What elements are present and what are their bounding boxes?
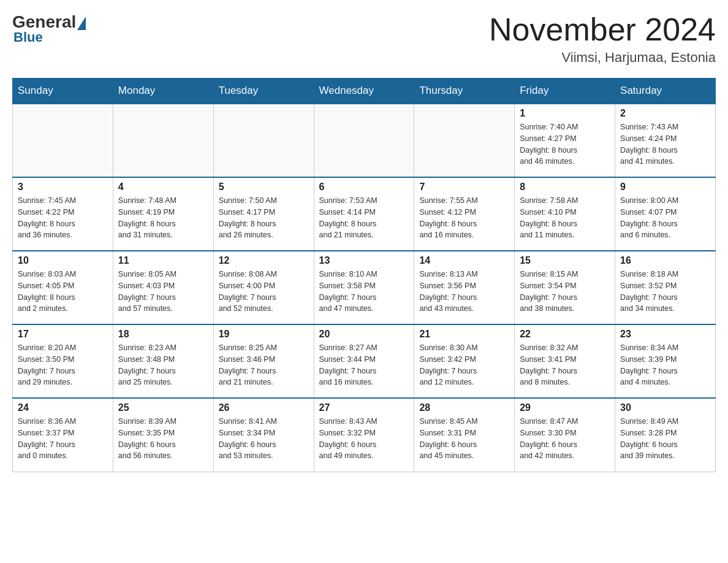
day-number: 19	[219, 329, 309, 340]
calendar-cell: 5Sunrise: 7:50 AMSunset: 4:17 PMDaylight…	[213, 177, 314, 251]
day-number: 6	[319, 182, 409, 193]
calendar-cell: 11Sunrise: 8:05 AMSunset: 4:03 PMDayligh…	[113, 251, 213, 324]
calendar-table: SundayMondayTuesdayWednesdayThursdayFrid…	[12, 78, 716, 472]
day-number: 29	[520, 402, 610, 413]
weekday-header-row: SundayMondayTuesdayWednesdayThursdayFrid…	[13, 79, 716, 104]
calendar-cell: 27Sunrise: 8:43 AMSunset: 3:32 PMDayligh…	[314, 398, 414, 472]
day-number: 7	[419, 182, 509, 193]
weekday-header-sunday: Sunday	[13, 79, 113, 104]
calendar-cell: 25Sunrise: 8:39 AMSunset: 3:35 PMDayligh…	[113, 398, 213, 472]
week-row-5: 24Sunrise: 8:36 AMSunset: 3:37 PMDayligh…	[13, 398, 716, 472]
weekday-header-thursday: Thursday	[414, 79, 515, 104]
week-row-3: 10Sunrise: 8:03 AMSunset: 4:05 PMDayligh…	[13, 251, 716, 324]
calendar-cell: 14Sunrise: 8:13 AMSunset: 3:56 PMDayligh…	[414, 251, 515, 324]
page-header: General Blue November 2024 Viimsi, Harju…	[12, 12, 716, 66]
calendar-cell: 19Sunrise: 8:25 AMSunset: 3:46 PMDayligh…	[213, 324, 314, 398]
calendar-cell: 29Sunrise: 8:47 AMSunset: 3:30 PMDayligh…	[515, 398, 615, 472]
calendar-cell: 13Sunrise: 8:10 AMSunset: 3:58 PMDayligh…	[314, 251, 414, 324]
calendar-cell: 28Sunrise: 8:45 AMSunset: 3:31 PMDayligh…	[414, 398, 515, 472]
day-number: 21	[419, 329, 509, 340]
day-number: 28	[419, 402, 509, 413]
day-info: Sunrise: 7:48 AMSunset: 4:19 PMDaylight:…	[118, 195, 208, 241]
day-number: 24	[18, 402, 108, 413]
weekday-header-friday: Friday	[515, 79, 615, 104]
day-number: 16	[620, 255, 710, 266]
day-number: 4	[118, 182, 208, 193]
day-number: 27	[319, 402, 409, 413]
day-number: 9	[620, 182, 710, 193]
day-info: Sunrise: 8:08 AMSunset: 4:00 PMDaylight:…	[219, 269, 309, 315]
day-info: Sunrise: 7:45 AMSunset: 4:22 PMDaylight:…	[18, 195, 108, 241]
calendar-cell	[213, 104, 314, 177]
day-number: 13	[319, 255, 409, 266]
day-number: 22	[520, 329, 610, 340]
day-number: 30	[620, 402, 710, 413]
location: Viimsi, Harjumaa, Estonia	[489, 50, 716, 66]
day-number: 8	[520, 182, 610, 193]
calendar-cell	[414, 104, 515, 177]
calendar-cell: 2Sunrise: 7:43 AMSunset: 4:24 PMDaylight…	[615, 104, 716, 177]
calendar-cell: 12Sunrise: 8:08 AMSunset: 4:00 PMDayligh…	[213, 251, 314, 324]
day-info: Sunrise: 7:53 AMSunset: 4:14 PMDaylight:…	[319, 195, 409, 241]
day-info: Sunrise: 8:25 AMSunset: 3:46 PMDaylight:…	[219, 342, 309, 388]
week-row-1: 1Sunrise: 7:40 AMSunset: 4:27 PMDaylight…	[13, 104, 716, 177]
calendar-cell: 7Sunrise: 7:55 AMSunset: 4:12 PMDaylight…	[414, 177, 515, 251]
day-number: 5	[219, 182, 309, 193]
week-row-2: 3Sunrise: 7:45 AMSunset: 4:22 PMDaylight…	[13, 177, 716, 251]
day-info: Sunrise: 8:43 AMSunset: 3:32 PMDaylight:…	[319, 416, 409, 462]
day-info: Sunrise: 8:41 AMSunset: 3:34 PMDaylight:…	[219, 416, 309, 462]
day-number: 10	[18, 255, 108, 266]
day-info: Sunrise: 8:20 AMSunset: 3:50 PMDaylight:…	[18, 342, 108, 388]
month-title: November 2024	[489, 12, 716, 47]
day-number: 17	[18, 329, 108, 340]
day-info: Sunrise: 8:23 AMSunset: 3:48 PMDaylight:…	[118, 342, 208, 388]
day-number: 18	[118, 329, 208, 340]
calendar-cell: 22Sunrise: 8:32 AMSunset: 3:41 PMDayligh…	[515, 324, 615, 398]
day-number: 15	[520, 255, 610, 266]
calendar-cell: 16Sunrise: 8:18 AMSunset: 3:52 PMDayligh…	[615, 251, 716, 324]
calendar-cell: 10Sunrise: 8:03 AMSunset: 4:05 PMDayligh…	[13, 251, 113, 324]
day-info: Sunrise: 8:34 AMSunset: 3:39 PMDaylight:…	[620, 342, 710, 388]
day-number: 12	[219, 255, 309, 266]
day-number: 14	[419, 255, 509, 266]
calendar-cell: 8Sunrise: 7:58 AMSunset: 4:10 PMDaylight…	[515, 177, 615, 251]
calendar-cell: 21Sunrise: 8:30 AMSunset: 3:42 PMDayligh…	[414, 324, 515, 398]
day-info: Sunrise: 7:50 AMSunset: 4:17 PMDaylight:…	[219, 195, 309, 241]
week-row-4: 17Sunrise: 8:20 AMSunset: 3:50 PMDayligh…	[13, 324, 716, 398]
calendar-cell: 20Sunrise: 8:27 AMSunset: 3:44 PMDayligh…	[314, 324, 414, 398]
day-number: 2	[620, 108, 710, 119]
day-number: 25	[118, 402, 208, 413]
calendar-cell: 30Sunrise: 8:49 AMSunset: 3:28 PMDayligh…	[615, 398, 716, 472]
day-info: Sunrise: 8:03 AMSunset: 4:05 PMDaylight:…	[18, 269, 108, 315]
day-info: Sunrise: 8:36 AMSunset: 3:37 PMDaylight:…	[18, 416, 108, 462]
day-info: Sunrise: 8:18 AMSunset: 3:52 PMDaylight:…	[620, 269, 710, 315]
logo: General Blue	[12, 12, 86, 45]
day-info: Sunrise: 7:43 AMSunset: 4:24 PMDaylight:…	[620, 121, 710, 167]
day-info: Sunrise: 8:39 AMSunset: 3:35 PMDaylight:…	[118, 416, 208, 462]
day-info: Sunrise: 8:45 AMSunset: 3:31 PMDaylight:…	[419, 416, 509, 462]
calendar-cell	[113, 104, 213, 177]
logo-triangle-icon	[77, 17, 86, 30]
day-number: 11	[118, 255, 208, 266]
weekday-header-tuesday: Tuesday	[213, 79, 314, 104]
calendar-cell: 18Sunrise: 8:23 AMSunset: 3:48 PMDayligh…	[113, 324, 213, 398]
calendar-cell: 3Sunrise: 7:45 AMSunset: 4:22 PMDaylight…	[13, 177, 113, 251]
calendar-cell: 4Sunrise: 7:48 AMSunset: 4:19 PMDaylight…	[113, 177, 213, 251]
day-number: 26	[219, 402, 309, 413]
day-number: 23	[620, 329, 710, 340]
day-info: Sunrise: 8:13 AMSunset: 3:56 PMDaylight:…	[419, 269, 509, 315]
day-info: Sunrise: 8:47 AMSunset: 3:30 PMDaylight:…	[520, 416, 610, 462]
calendar-cell	[314, 104, 414, 177]
day-info: Sunrise: 8:49 AMSunset: 3:28 PMDaylight:…	[620, 416, 710, 462]
day-info: Sunrise: 8:30 AMSunset: 3:42 PMDaylight:…	[419, 342, 509, 388]
calendar-cell: 15Sunrise: 8:15 AMSunset: 3:54 PMDayligh…	[515, 251, 615, 324]
day-info: Sunrise: 8:15 AMSunset: 3:54 PMDaylight:…	[520, 269, 610, 315]
calendar-cell: 24Sunrise: 8:36 AMSunset: 3:37 PMDayligh…	[13, 398, 113, 472]
day-number: 3	[18, 182, 108, 193]
day-info: Sunrise: 8:00 AMSunset: 4:07 PMDaylight:…	[620, 195, 710, 241]
day-number: 20	[319, 329, 409, 340]
logo-blue: Blue	[13, 29, 43, 45]
day-info: Sunrise: 7:58 AMSunset: 4:10 PMDaylight:…	[520, 195, 610, 241]
day-number: 1	[520, 108, 610, 119]
calendar-cell: 9Sunrise: 8:00 AMSunset: 4:07 PMDaylight…	[615, 177, 716, 251]
